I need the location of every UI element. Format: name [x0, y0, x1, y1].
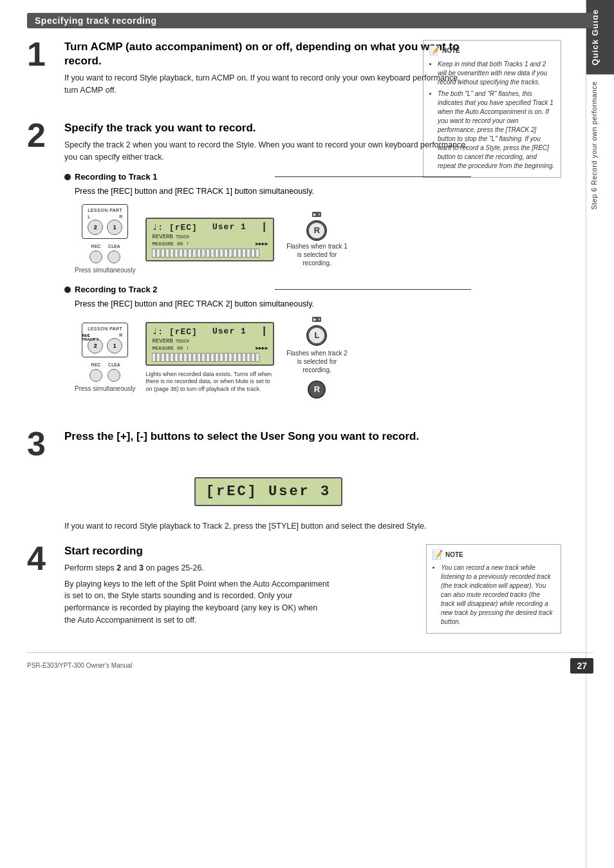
step4-text1: Perform steps 2 and 3 on pages 25-26.	[64, 562, 330, 574]
clea-group-t2: CLEA	[107, 363, 120, 382]
step4-note-label: NOTE	[445, 551, 463, 560]
lesson-btn-1-t2[interactable]: 1	[107, 338, 122, 354]
rec-group-t2: REC	[89, 363, 102, 382]
step3-body: Press the [+], [-] buttons to select the…	[64, 429, 471, 448]
step4-text2: By playing keys to the left of the Split…	[64, 578, 330, 627]
track2-line	[275, 289, 471, 290]
lesson-btn-1[interactable]: 1	[107, 220, 122, 235]
step2: 2 Specify the track you want to record. …	[27, 121, 471, 405]
clea-btn-t1[interactable]	[107, 250, 120, 263]
lcd-t1-top: ♩: [rEC] User 1 |	[152, 222, 268, 233]
lights-label: Lights when recorded data exists. Turns …	[145, 371, 274, 393]
step1: 1 Turn ACMP (auto accompaniment) on or o…	[27, 40, 471, 97]
step2-number: 2	[27, 121, 55, 149]
clea-btn-t2[interactable]	[107, 369, 120, 382]
lcd-panel-t1: ♩: [rEC] User 1 | REVERB TOUCH	[145, 218, 274, 261]
track1-indicator: ▶ 4 R Flashes when track 1 is selected f…	[284, 212, 349, 267]
step2-text: Specify the track 2 when you want to rec…	[64, 139, 471, 164]
track2-header: Recording to Track 2	[64, 285, 471, 294]
lesson-btns-t2: 2 RECTRACK 1 1	[88, 338, 122, 354]
footer-model: PSR-E303/YPT-300 Owner's Manual	[27, 662, 133, 669]
lesson-panel-t1: LESSON PART LR 2 1	[75, 204, 135, 274]
lcd-t1-rec: ♩: [rEC]	[152, 222, 197, 232]
step2-content: 2 Specify the track you want to record. …	[27, 121, 471, 418]
track2-indicator: ▶ 4 L Flashes when track 2 is selected f…	[284, 317, 349, 399]
lcd-t2-rec: ♩: [rEC]	[152, 326, 197, 337]
track1-description: Press the [REC] button and [REC TRACK 1]…	[64, 185, 471, 198]
lcd-t2: ♩: [rEC] User 1 | REVERB TOUCH	[145, 322, 274, 366]
lesson-btn-2-t2[interactable]: 2 RECTRACK 1	[88, 338, 103, 354]
step4-note-item-1: You can record a new track while listeni…	[441, 563, 555, 627]
track1-label: Recording to Track 1	[75, 172, 271, 182]
track2-diagram: LESSON PART LR 2 RECTRACK 1 1	[75, 317, 471, 399]
press-label-t1: Press simultaneously	[75, 266, 135, 274]
rec-btn-t1[interactable]	[89, 250, 102, 263]
step4-title: Start recording	[64, 544, 330, 558]
step4-note-icon: 📝	[432, 549, 443, 561]
mini-keyboard-t1	[152, 249, 268, 258]
step3-title: Press the [+], [-] buttons to select the…	[64, 429, 471, 444]
track1-section: Recording to Track 1 Press the [REC] but…	[64, 172, 471, 274]
section-header: Specifying track recording	[27, 13, 593, 28]
step1-number: 1	[27, 40, 55, 68]
lcd-t2-top: ♩: [rEC] User 1 |	[152, 326, 268, 337]
lesson-btns-t1: 2 1	[88, 220, 122, 235]
r-indicator-t1: R	[308, 222, 326, 240]
lesson-panel-t2: LESSON PART LR 2 RECTRACK 1 1	[75, 323, 135, 393]
note-label: NOTE	[442, 46, 460, 55]
press-label-t2: Press simultaneously	[75, 384, 135, 393]
track1-header: Recording to Track 1	[64, 172, 471, 182]
step1-note-item-1: Keep in mind that both Tracks 1 and 2 wi…	[438, 60, 555, 87]
step1-text: If you want to record Style playback, tu…	[64, 72, 471, 97]
step3: 3 Press the [+], [-] buttons to select t…	[27, 429, 471, 458]
lcd-t2-user: User 1	[212, 326, 247, 336]
lcd-t1-user: User 1	[212, 222, 247, 232]
track1-diagram: LESSON PART LR 2 1	[75, 204, 471, 274]
lesson-btn-2[interactable]: 2	[88, 220, 103, 235]
step2-body: Specify the track you want to record. Sp…	[64, 121, 471, 405]
rec-group-t1: REC	[89, 244, 102, 263]
track2-section: Recording to Track 2 Press the [REC] but…	[64, 285, 471, 399]
lesson-panel-box-t1: LESSON PART LR 2 1	[82, 204, 128, 239]
flash-label-t2: Flashes when track 2 is selected for rec…	[284, 349, 349, 374]
rec-btn-t2[interactable]	[89, 369, 102, 382]
step4-note-container: 📝 NOTE You can record a new track while …	[426, 544, 561, 634]
step4-note: 📝 NOTE You can record a new track while …	[426, 544, 561, 634]
track2-description: Press the [REC] button and [REC TRACK 2]…	[64, 298, 471, 310]
l-indicator-t2: L	[308, 326, 326, 344]
lcd-t1-bar: |	[261, 222, 268, 233]
track1-dot	[64, 174, 71, 180]
step4-note-list: You can record a new track while listeni…	[441, 563, 555, 627]
step3-lcd: [rEC] User 3	[194, 477, 342, 506]
note-header: 📝 NOTE	[429, 44, 555, 57]
step4-note-header: 📝 NOTE	[432, 549, 555, 561]
lcd-panel-t2: ♩: [rEC] User 1 | REVERB TOUCH	[145, 322, 274, 393]
step4: 4 Start recording Perform steps 2 and 3 …	[27, 544, 330, 627]
track2-label: Recording to Track 2	[75, 285, 271, 294]
note-icon: 📝	[429, 44, 440, 57]
step1-content: 1 Turn ACMP (auto accompaniment) on or o…	[27, 40, 471, 109]
step3-text: If you want to record Style playback to …	[64, 520, 471, 533]
step2-title: Specify the track you want to record.	[64, 121, 471, 135]
lcd-t2-bar: |	[261, 326, 268, 337]
step4-content: 4 Start recording Perform steps 2 and 3 …	[27, 544, 330, 639]
step1-body: Turn ACMP (auto accompaniment) on or off…	[64, 40, 471, 97]
mini-keyboard-t2	[152, 353, 268, 362]
step1-title: Turn ACMP (auto accompaniment) on or off…	[64, 40, 471, 68]
flash-label-t1: Flashes when track 1 is selected for rec…	[284, 242, 349, 267]
step4-number: 4	[27, 544, 55, 572]
track2-dot	[64, 287, 71, 293]
r-indicator-t2: R	[308, 381, 326, 399]
page-footer: PSR-E303/YPT-300 Owner's Manual 27	[27, 652, 593, 674]
lesson-panel-box-t2: LESSON PART LR 2 RECTRACK 1 1	[82, 323, 128, 357]
page-container: Specifying track recording 1 Turn ACMP (…	[14, 0, 600, 686]
page-number: 27	[570, 658, 593, 674]
step3-number: 3	[27, 429, 55, 458]
lcd-t1: ♩: [rEC] User 1 | REVERB TOUCH	[145, 218, 274, 261]
track1-line	[275, 176, 471, 177]
clea-group-t1: CLEA	[107, 244, 120, 263]
step3-content: 3 Press the [+], [-] buttons to select t…	[27, 429, 471, 533]
step4-body: Start recording Perform steps 2 and 3 on…	[64, 544, 330, 627]
